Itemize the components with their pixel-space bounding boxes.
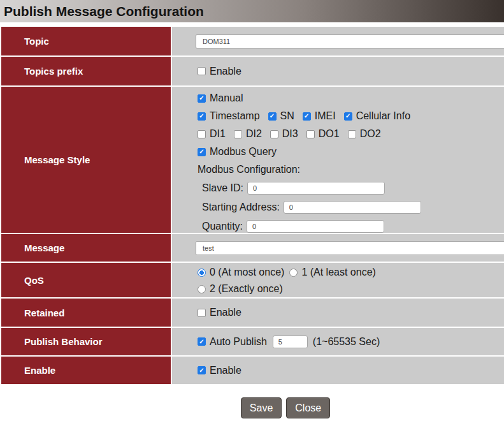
enable-cell: Enable: [172, 357, 504, 384]
row-label-qos: QoS: [1, 263, 171, 297]
close-button[interactable]: Close: [286, 397, 330, 418]
checkbox-imei-label: IMEI: [315, 110, 336, 122]
row-label-retained: Retained: [1, 299, 171, 327]
checkbox-di3-label: DI3: [282, 128, 298, 140]
qos-radio-2-label: 2 (Exactly once): [210, 283, 283, 295]
topic-input[interactable]: [196, 34, 504, 48]
row-label-publish-behavior: Publish Behavior: [1, 328, 171, 355]
page-title: Publish Message Configuration: [4, 4, 204, 19]
checkbox-do1[interactable]: [306, 130, 315, 138]
starting-address-input[interactable]: [284, 201, 421, 214]
auto-publish-label: Auto Publish: [210, 336, 267, 348]
checkbox-di3[interactable]: [270, 130, 278, 138]
checkbox-modbus-query-label: Modbus Query: [210, 146, 277, 158]
message-style-line-manual: Manual: [198, 89, 504, 107]
button-bar: Save Close: [0, 397, 504, 418]
row-enable: Enable Enable: [1, 357, 504, 384]
qos-line-1: 0 (At most once) 1 (At least once): [198, 264, 504, 281]
modbus-quantity-row: Quantity:: [198, 217, 504, 233]
checkbox-do2-label: DO2: [360, 128, 381, 140]
topic-cell: [172, 27, 504, 55]
message-input[interactable]: [196, 241, 504, 255]
checkbox-sn-label: SN: [280, 110, 294, 122]
checkbox-manual-label: Manual: [210, 92, 243, 104]
enable-checkbox-label: Enable: [210, 365, 241, 376]
row-retained: Retained Enable: [1, 299, 504, 327]
row-label-message: Message: [1, 234, 171, 262]
qos-line-2: 2 (Exactly once): [198, 281, 504, 297]
qos-radio-0[interactable]: [198, 269, 206, 277]
row-topics-prefix: Topics prefix Enable: [1, 57, 504, 85]
row-label-enable: Enable: [1, 357, 171, 384]
row-qos: QoS 0 (At most once) 1 (At least once): [1, 263, 504, 297]
checkbox-timestamp-label: Timestamp: [210, 110, 260, 122]
modbus-slave-id-row: Slave ID:: [198, 179, 504, 198]
title-bar: Publish Message Configuration: [0, 0, 504, 22]
checkbox-di2[interactable]: [234, 130, 242, 138]
row-message: Message: [1, 234, 504, 262]
retained-enable-label: Enable: [210, 307, 241, 318]
message-style-line-modbus: Modbus Query: [198, 143, 504, 161]
row-label-topic: Topic: [1, 27, 171, 55]
checkbox-do1-label: DO1: [319, 128, 340, 140]
row-message-style: Message Style Manual Timestamp: [1, 87, 504, 233]
qos-cell: 0 (At most once) 1 (At least once) 2 (Ex…: [172, 263, 504, 297]
modbus-starting-address-row: Starting Address:: [198, 198, 504, 217]
qos-radio-0-label: 0 (At most once): [210, 267, 284, 278]
publish-behavior-cell: Auto Publish (1~65535 Sec): [172, 328, 504, 355]
row-topic: Topic: [1, 27, 504, 55]
topics-prefix-enable-label: Enable: [210, 66, 241, 77]
auto-publish-range-hint: (1~65535 Sec): [313, 336, 380, 348]
quantity-label: Quantity:: [202, 221, 243, 232]
message-style-line-meta: Timestamp SN IMEI Cellular Info: [198, 107, 504, 125]
checkbox-di1[interactable]: [198, 130, 206, 138]
auto-publish-checkbox[interactable]: [198, 337, 206, 346]
message-style-line-io: DI1 DI2 DI3 DO1: [198, 125, 504, 143]
row-label-topics-prefix: Topics prefix: [1, 57, 171, 85]
checkbox-cellular-info-label: Cellular Info: [356, 110, 410, 122]
checkbox-imei[interactable]: [303, 112, 311, 121]
auto-publish-interval-input[interactable]: [273, 336, 308, 348]
checkbox-di2-label: DI2: [246, 128, 262, 140]
checkbox-sn[interactable]: [268, 112, 277, 121]
qos-radio-1[interactable]: [289, 269, 298, 277]
message-cell: [172, 234, 504, 262]
checkbox-di1-label: DI1: [210, 128, 226, 140]
save-button[interactable]: Save: [241, 397, 282, 418]
checkbox-timestamp[interactable]: [198, 112, 206, 121]
enable-checkbox[interactable]: [198, 366, 206, 374]
checkbox-cellular-info[interactable]: [344, 112, 352, 121]
modbus-configuration-heading: Modbus Configuration:: [198, 161, 504, 179]
checkbox-manual[interactable]: [198, 94, 206, 103]
starting-address-label: Starting Address:: [202, 202, 280, 213]
qos-radio-1-label: 1 (At least once): [301, 267, 376, 278]
config-table: Topic Topics prefix Enable Message Style…: [0, 27, 504, 384]
row-label-message-style: Message Style: [1, 87, 171, 233]
slave-id-label: Slave ID:: [202, 182, 243, 194]
checkbox-modbus-query[interactable]: [198, 148, 206, 156]
topics-prefix-enable-checkbox[interactable]: [198, 67, 206, 75]
retained-enable-checkbox[interactable]: [198, 309, 206, 317]
topics-prefix-cell: Enable: [172, 57, 504, 85]
checkbox-do2[interactable]: [348, 130, 356, 138]
message-style-cell: Manual Timestamp SN IMEI: [172, 87, 504, 233]
slave-id-input[interactable]: [247, 182, 385, 195]
retained-cell: Enable: [172, 299, 504, 327]
quantity-input[interactable]: [247, 220, 384, 233]
qos-radio-2[interactable]: [198, 285, 206, 293]
row-publish-behavior: Publish Behavior Auto Publish (1~65535 S…: [1, 328, 504, 355]
